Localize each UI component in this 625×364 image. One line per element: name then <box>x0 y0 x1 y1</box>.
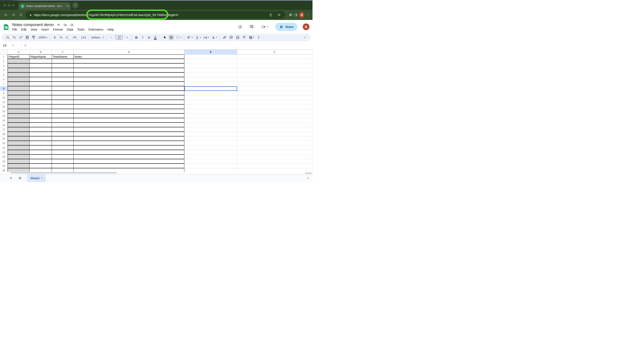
cell-A10[interactable] <box>8 95 30 100</box>
cell-B18[interactable] <box>30 132 52 137</box>
font-family-button[interactable]: Defaul...▾ <box>91 35 105 40</box>
column-header-A[interactable]: A <box>8 50 30 55</box>
cell-E24[interactable] <box>184 159 237 164</box>
cell-B10[interactable] <box>30 95 52 100</box>
cell-D7[interactable] <box>74 82 184 86</box>
cell-B8[interactable] <box>30 86 52 91</box>
create-filter-button[interactable] <box>241 35 247 40</box>
vertical-align-button[interactable]: ▾ <box>194 35 202 40</box>
cell-D25[interactable] <box>74 164 184 168</box>
cell-D16[interactable] <box>74 123 184 127</box>
italic-button[interactable]: I <box>140 35 146 40</box>
cell-C12[interactable] <box>52 105 74 109</box>
cell-F9[interactable] <box>237 91 312 95</box>
cell-B19[interactable] <box>30 137 52 141</box>
cell-D24[interactable] <box>74 159 184 164</box>
cell-A1[interactable]: PlayerID <box>8 55 30 59</box>
decrease-decimal-places-button[interactable]: .0← <box>64 35 71 40</box>
cell-E1[interactable] <box>184 55 237 59</box>
cell-A24[interactable] <box>8 159 30 164</box>
cell-C6[interactable] <box>52 77 74 82</box>
cell-D8[interactable] <box>74 86 184 91</box>
cell-C5[interactable] <box>52 73 74 77</box>
cell-E4[interactable] <box>184 68 237 73</box>
insert-comment-button[interactable] <box>228 35 234 40</box>
browser-profile-avatar[interactable]: B <box>299 12 304 18</box>
star-document-icon[interactable] <box>57 23 60 27</box>
cell-F22[interactable] <box>237 150 312 155</box>
cell-A26[interactable] <box>8 168 30 172</box>
cell-A12[interactable] <box>8 105 30 109</box>
cell-F20[interactable] <box>237 141 312 145</box>
cell-A16[interactable] <box>8 123 30 127</box>
insert-chart-button[interactable] <box>235 35 241 40</box>
row-header-5[interactable]: 5 <box>0 73 8 77</box>
cell-A7[interactable] <box>8 82 30 86</box>
minimize-window-button[interactable] <box>8 4 10 6</box>
row-header-6[interactable]: 6 <box>0 77 8 82</box>
cell-F25[interactable] <box>237 164 312 168</box>
cell-F8[interactable] <box>237 86 312 91</box>
document-title[interactable]: Notes component demo <box>12 23 54 27</box>
row-header-16[interactable]: 16 <box>0 123 8 127</box>
all-sheets-button[interactable] <box>16 174 24 182</box>
borders-button[interactable] <box>168 35 174 40</box>
cell-B16[interactable] <box>30 123 52 127</box>
font-size-value[interactable]: 10 <box>116 35 123 39</box>
column-header-C[interactable]: C <box>52 50 74 55</box>
menu-file[interactable]: File <box>12 28 17 31</box>
reload-button[interactable] <box>17 11 24 19</box>
cell-E9[interactable] <box>184 91 237 95</box>
cell-D14[interactable] <box>74 114 184 118</box>
cell-C11[interactable] <box>52 100 74 105</box>
cell-E23[interactable] <box>184 155 237 159</box>
row-header-9[interactable]: 9 <box>0 91 8 95</box>
text-wrapping-button[interactable]: ▾ <box>202 35 210 40</box>
menu-view[interactable]: View <box>31 28 37 31</box>
cell-B25[interactable] <box>30 164 52 168</box>
cell-F26[interactable] <box>237 168 312 172</box>
column-header-F[interactable]: F <box>237 50 312 55</box>
dropdown-caret-icon[interactable]: ▾ <box>191 36 193 38</box>
new-tab-button[interactable]: + <box>72 2 79 8</box>
cell-E20[interactable] <box>184 141 237 145</box>
row-header-2[interactable]: 2 <box>0 59 8 64</box>
dropdown-caret-icon[interactable]: ▾ <box>216 36 217 38</box>
version-history-icon[interactable] <box>236 23 244 31</box>
cell-C14[interactable] <box>52 114 74 118</box>
cell-C17[interactable] <box>52 127 74 132</box>
cell-B3[interactable] <box>30 64 52 68</box>
fill-handle[interactable] <box>236 90 238 91</box>
cell-D13[interactable] <box>74 109 184 114</box>
format-percent-button[interactable]: % <box>58 35 64 40</box>
toolbar-collapse-button[interactable] <box>302 35 308 40</box>
cell-C15[interactable] <box>52 118 74 123</box>
cell-B14[interactable] <box>30 114 52 118</box>
cell-E14[interactable] <box>184 114 237 118</box>
cell-B20[interactable] <box>30 141 52 145</box>
row-header-17[interactable]: 17 <box>0 127 8 132</box>
cell-F23[interactable] <box>237 155 312 159</box>
menu-format[interactable]: Format <box>53 28 62 31</box>
cell-A2[interactable] <box>8 59 30 64</box>
cell-D15[interactable] <box>74 118 184 123</box>
cell-A19[interactable] <box>8 137 30 141</box>
zoom-select-button[interactable]: 100%▾ <box>37 35 48 40</box>
share-button[interactable]: Share <box>275 23 298 31</box>
cell-F13[interactable] <box>237 109 312 114</box>
cell-E26[interactable] <box>184 168 237 172</box>
cell-F6[interactable] <box>237 77 312 82</box>
dropdown-caret-icon[interactable]: ▾ <box>208 36 209 38</box>
cell-C13[interactable] <box>52 109 74 114</box>
cell-B1[interactable]: PlayerName <box>30 55 52 59</box>
cell-C18[interactable] <box>52 132 74 137</box>
cell-D19[interactable] <box>74 137 184 141</box>
cell-A8[interactable] <box>8 86 30 91</box>
format-currency-button[interactable]: $ <box>52 35 58 40</box>
cell-B26[interactable] <box>30 168 52 172</box>
paint-format-button[interactable] <box>31 35 37 40</box>
cell-A20[interactable] <box>8 141 30 145</box>
row-header-8[interactable]: 8 <box>0 86 8 91</box>
cell-D18[interactable] <box>74 132 184 137</box>
cell-A25[interactable] <box>8 164 30 168</box>
